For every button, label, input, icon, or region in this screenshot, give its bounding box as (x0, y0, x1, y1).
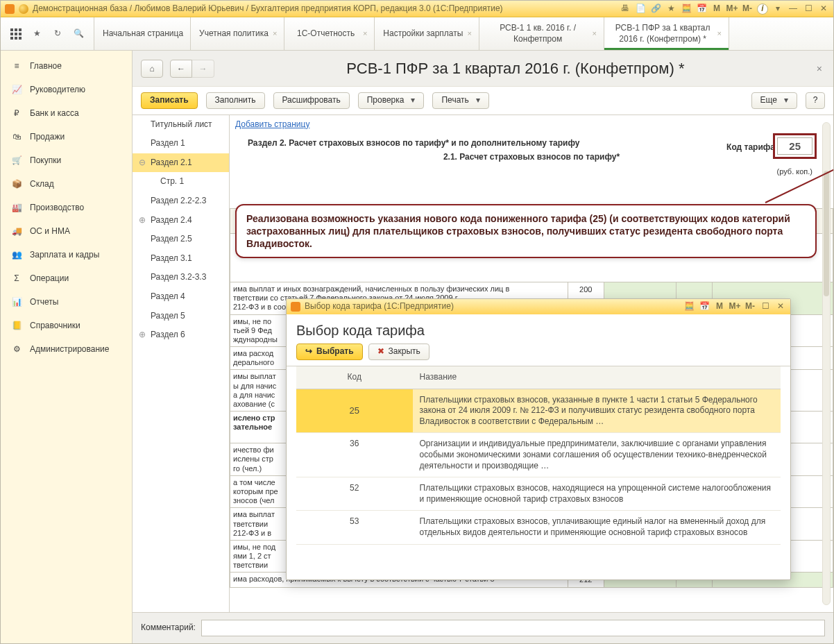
screenshot-icon[interactable]: 📄 (635, 3, 646, 15)
close-icon[interactable]: × (363, 28, 367, 38)
nav-section-3-2-3-3[interactable]: Раздел 3.2-3.3 (133, 268, 229, 287)
table-row[interactable]: 52 Плательщики страховых взносов, находя… (296, 477, 781, 511)
modal-heading: Выбор кода тарифа (287, 314, 790, 344)
tab-1c-reporting[interactable]: 1С-Отчетность× (284, 17, 375, 50)
sidebar-item-assets[interactable]: 🚚ОС и НМА (1, 220, 132, 244)
close-window-button[interactable]: ✕ (818, 3, 829, 15)
print-icon[interactable]: 🖶 (620, 3, 631, 15)
close-page-button[interactable]: × (817, 62, 822, 75)
sidebar-item-label: Руководителю (30, 85, 85, 96)
nav-title-page[interactable]: Титульный лист (133, 115, 229, 135)
memory-m[interactable]: M (711, 3, 722, 15)
history-icon[interactable]: ↻ (51, 27, 65, 41)
memory-m-minus[interactable]: M- (742, 3, 753, 15)
tariff-code-input[interactable]: 25 (777, 137, 812, 155)
close-icon[interactable]: × (592, 28, 596, 38)
vertical-scrollbar[interactable] (822, 122, 831, 605)
nav-section-2-2-2-3[interactable]: Раздел 2.2-2.3 (133, 192, 229, 211)
print-button[interactable]: Печать▾ (432, 92, 488, 109)
tab-salary-settings[interactable]: Настройки зарплаты× (375, 17, 479, 50)
nav-section-2-5[interactable]: Раздел 2.5 (133, 230, 229, 249)
col-name: Название (413, 366, 781, 389)
nav-section-1[interactable]: Раздел 1 (133, 134, 229, 153)
fill-button[interactable]: Заполнить (206, 92, 265, 109)
search-icon[interactable]: 🔍 (71, 27, 85, 41)
sidebar-item-purchases[interactable]: 🛒Покупки (1, 149, 132, 173)
table-row[interactable]: 53 Плательщики страховых взносов, уплачи… (296, 511, 781, 544)
write-button[interactable]: Записать (141, 92, 198, 109)
check-button[interactable]: Проверка▾ (358, 92, 425, 109)
sidebar-item-bank[interactable]: ₽Банк и касса (1, 102, 132, 126)
help-button[interactable]: ? (806, 92, 825, 109)
nav-page-1[interactable]: Стр. 1 (133, 172, 229, 192)
sidebar-item-manager[interactable]: 📈Руководителю (1, 78, 132, 102)
sidebar-item-label: Банк и касса (30, 108, 79, 119)
nav-section-3-1[interactable]: Раздел 3.1 (133, 249, 229, 269)
calendar-icon[interactable]: 📅 (699, 301, 710, 312)
collapse-icon[interactable]: ⊖ (138, 158, 146, 169)
tab-accounting-policy[interactable]: Учетная политика× (191, 17, 284, 50)
modal-body[interactable]: Код Название 25 Плательщики страховых вз… (287, 366, 790, 579)
nav-section-4[interactable]: Раздел 4 (133, 287, 229, 307)
memory-m[interactable]: M (714, 301, 725, 312)
tab-rsv-list[interactable]: РСВ-1 1 кв. 2016 г. / Конфетпром× (479, 17, 604, 50)
sidebar: ≡Главное 📈Руководителю ₽Банк и касса 🛍Пр… (1, 51, 133, 643)
comment-input[interactable] (201, 620, 825, 636)
nav-section-5[interactable]: Раздел 5 (133, 307, 229, 326)
svg-rect-8 (19, 37, 22, 40)
memory-m-minus[interactable]: M- (744, 301, 756, 312)
expand-icon[interactable]: ⊕ (138, 330, 146, 341)
cell-name: Плательщики страховых взносов, указанные… (413, 389, 781, 433)
sidebar-item-catalogs[interactable]: 📒Справочники (1, 314, 132, 338)
sidebar-item-admin[interactable]: ⚙Администрирование (1, 338, 132, 362)
link-icon[interactable]: 🔗 (650, 3, 661, 15)
app-logo-icon (291, 302, 300, 312)
maximize-button[interactable]: ☐ (760, 301, 771, 312)
sidebar-item-stock[interactable]: 📦Склад (1, 173, 132, 196)
close-modal-button[interactable]: ✕ (775, 301, 786, 312)
nav-section-2-1[interactable]: ⊖Раздел 2.1 (133, 153, 229, 173)
apps-icon[interactable] (9, 27, 23, 41)
close-icon[interactable]: × (467, 28, 471, 38)
sidebar-item-operations[interactable]: ΣОперации (1, 267, 132, 291)
sidebar-item-hr[interactable]: 👥Зарплата и кадры (1, 244, 132, 267)
minimize-button[interactable]: — (788, 3, 799, 15)
memory-m-plus[interactable]: M+ (726, 3, 738, 15)
info-icon[interactable]: i (757, 3, 768, 15)
people-icon: 👥 (10, 249, 23, 262)
close-button[interactable]: ✖Закрыть (368, 344, 429, 360)
calc-icon[interactable]: 🧮 (681, 3, 692, 15)
tab-home[interactable]: Начальная страница (94, 17, 191, 50)
calendar-icon[interactable]: 📅 (696, 3, 707, 15)
sidebar-item-reports[interactable]: 📊Отчеты (1, 291, 132, 314)
add-page-link[interactable]: Добавить страницу (230, 115, 315, 135)
maximize-button[interactable]: ☐ (803, 3, 814, 15)
toolbar: Записать Заполнить Расшифровать Проверка… (133, 87, 833, 115)
expand-icon[interactable]: ⊕ (138, 215, 146, 226)
sidebar-item-main[interactable]: ≡Главное (1, 55, 132, 78)
more-button[interactable]: Еще▾ (751, 92, 797, 109)
calc-icon[interactable]: 🧮 (683, 301, 695, 312)
fav-icon[interactable]: ★ (665, 3, 676, 15)
nav-section-2-4[interactable]: ⊕Раздел 2.4 (133, 211, 229, 230)
page-header: ⌂ ← → РСВ-1 ПФР за 1 квартал 2016 г. (Ко… (133, 51, 833, 87)
sidebar-item-production[interactable]: 🏭Производство (1, 196, 132, 220)
nav-section-6[interactable]: ⊕Раздел 6 (133, 325, 229, 345)
home-button[interactable]: ⌂ (141, 60, 163, 78)
sidebar-item-sales[interactable]: 🛍Продажи (1, 126, 132, 149)
decipher-button[interactable]: Расшифровать (273, 92, 350, 109)
star-icon[interactable]: ★ (30, 27, 44, 41)
comment-label: Комментарий: (141, 622, 196, 634)
close-icon[interactable]: × (717, 28, 721, 38)
scroll-thumb[interactable] (824, 171, 829, 296)
close-icon[interactable]: × (273, 28, 277, 38)
sidebar-item-label: Покупки (30, 155, 61, 167)
back-button[interactable]: ← (170, 60, 192, 78)
tab-rsv-report[interactable]: РСВ-1 ПФР за 1 квартал 2016 г. (Конфетпр… (604, 17, 729, 50)
select-button[interactable]: ↪Выбрать (296, 344, 363, 360)
dropdown-icon[interactable]: ▾ (772, 3, 783, 15)
page-title: РСВ-1 ПФР за 1 квартал 2016 г. (Конфетпр… (221, 59, 810, 79)
table-row[interactable]: 36 Организации и индивидуальные предприн… (296, 433, 781, 477)
memory-m-plus[interactable]: M+ (729, 301, 740, 312)
table-row[interactable]: 25 Плательщики страховых взносов, указан… (296, 389, 781, 433)
